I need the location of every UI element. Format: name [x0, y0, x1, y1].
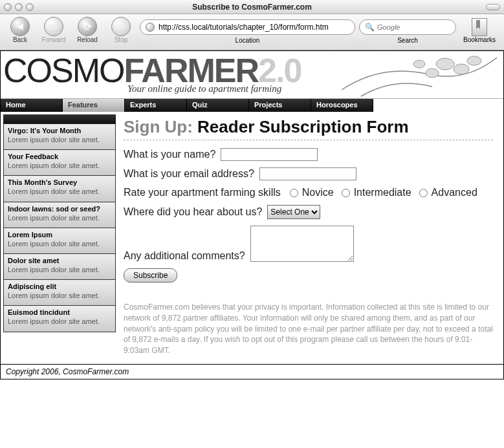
- nav-tab-home[interactable]: Home: [1, 99, 63, 112]
- arrow-right-icon: ►: [44, 17, 63, 36]
- back-button[interactable]: ◄ Back: [5, 17, 35, 43]
- main-content: Sign Up: Reader Subscription Form What i…: [118, 112, 503, 364]
- sidebar-item-body: Lorem ipsum dolor site amet.: [8, 187, 111, 196]
- sidebar-item-title: Lorem Ipsum: [8, 231, 111, 239]
- arrow-left-icon: ◄: [10, 17, 30, 36]
- sidebar-item-title: Indoor lawns: sod or seed?: [8, 205, 111, 213]
- hear-select[interactable]: Select One: [267, 205, 320, 219]
- sidebar-item[interactable]: Euismod tinciduntLorem ipsum dolor site …: [3, 306, 116, 332]
- sidebar: Virgo: It's Your MonthLorem ipsum dolor …: [1, 112, 118, 364]
- privacy-text: CosmoFarmer.com believes that your priva…: [124, 302, 493, 356]
- rate-novice-radio[interactable]: [290, 189, 298, 197]
- comments-textarea[interactable]: [250, 226, 354, 262]
- sidebar-item[interactable]: Virgo: It's Your MonthLorem ipsum dolor …: [3, 123, 116, 150]
- browser-toolbar: ◄ Back ► Forward ⟳ Reload ✕ Stop Locatio…: [0, 14, 504, 50]
- url-bar[interactable]: [140, 19, 355, 35]
- stop-button: ✕ Stop: [106, 17, 136, 43]
- bookmarks-label: Bookmarks: [463, 36, 496, 43]
- sidebar-item-body: Lorem ipsum dolor site amet.: [8, 317, 111, 326]
- sidebar-item-title: Adipiscing elit: [8, 283, 111, 290]
- rate-novice-label: Novice: [302, 187, 334, 198]
- rate-intermediate-label: Intermediate: [354, 187, 411, 198]
- stop-label: Stop: [115, 36, 128, 43]
- svg-point-2: [426, 69, 439, 78]
- window-pill-button[interactable]: [486, 4, 500, 10]
- sidebar-item-body: Lorem ipsum dolor site amet.: [8, 214, 111, 222]
- nav-tab-horoscopes[interactable]: Horoscopes: [311, 99, 373, 112]
- decorative-flowers: [335, 51, 503, 99]
- svg-point-1: [454, 64, 469, 74]
- rate-label: Rate your apartment farming skills: [124, 187, 281, 198]
- sidebar-item[interactable]: Your FeedbackLorem ipsum dolor site amet…: [3, 150, 116, 176]
- search-bar[interactable]: 🔍: [359, 19, 456, 35]
- search-input[interactable]: [377, 23, 467, 31]
- reload-icon: ⟳: [78, 17, 97, 36]
- nav-tab-quiz[interactable]: Quiz: [187, 99, 249, 112]
- location-label: Location: [236, 37, 260, 44]
- sidebar-header: [3, 114, 116, 123]
- search-label: Search: [397, 37, 418, 44]
- sidebar-item-title: Your Feedback: [8, 153, 111, 160]
- url-input[interactable]: [159, 23, 349, 32]
- hear-label: Where did you hear about us?: [124, 206, 262, 218]
- bookmarks-button[interactable]: Bookmarks: [460, 17, 499, 43]
- search-icon: 🔍: [365, 23, 375, 32]
- nav-tab-experts[interactable]: Experts: [125, 99, 187, 112]
- main-nav: HomeFeaturesExpertsQuizProjectsHoroscope…: [1, 99, 503, 112]
- footer: Copyright 2006, CosmoFarmer.com: [1, 364, 503, 379]
- forward-label: Forward: [42, 36, 66, 43]
- svg-point-0: [436, 58, 454, 70]
- email-label: What is your email address?: [124, 168, 254, 180]
- site-icon: [146, 23, 155, 32]
- reload-button[interactable]: ⟳ Reload: [72, 17, 102, 43]
- sidebar-item[interactable]: Lorem IpsumLorem ipsum dolor site amet.: [3, 228, 116, 254]
- sidebar-item-body: Lorem ipsum dolor site amet.: [8, 136, 111, 144]
- site-banner: COSMOFARMER2.0 Your online guide to apar…: [1, 51, 503, 99]
- svg-point-3: [467, 56, 481, 65]
- window-zoom-button[interactable]: [26, 3, 34, 11]
- page-title: Sign Up: Reader Subscription Form: [124, 117, 493, 140]
- nav-tab-projects[interactable]: Projects: [249, 99, 311, 112]
- comments-label: Any additional comments?: [124, 250, 245, 262]
- rate-advanced-label: Advanced: [432, 187, 477, 198]
- name-input[interactable]: [221, 148, 318, 161]
- rate-advanced-radio[interactable]: [419, 189, 428, 197]
- sidebar-item-body: Lorem ipsum dolor site amet.: [8, 162, 111, 170]
- rate-intermediate-radio[interactable]: [342, 189, 350, 197]
- subscribe-button[interactable]: Subscribe: [124, 268, 177, 283]
- bookmark-icon: [472, 18, 487, 36]
- window-title: Subscribe to CosmoFarmer.com: [0, 3, 504, 12]
- reload-label: Reload: [77, 36, 98, 43]
- name-label: What is your name?: [124, 149, 215, 160]
- sidebar-item[interactable]: Adipiscing elitLorem ipsum dolor site am…: [3, 280, 116, 306]
- email-input[interactable]: [259, 167, 356, 180]
- svg-point-4: [413, 60, 425, 68]
- nav-tab-features[interactable]: Features: [63, 99, 125, 112]
- forward-button: ► Forward: [39, 17, 69, 43]
- window-titlebar: Subscribe to CosmoFarmer.com: [0, 0, 504, 14]
- window-minimize-button[interactable]: [15, 3, 23, 11]
- sidebar-item-title: Virgo: It's Your Month: [8, 127, 111, 134]
- sidebar-item-title: Euismod tincidunt: [8, 308, 111, 316]
- sidebar-item[interactable]: Dolor site ametLorem ipsum dolor site am…: [3, 254, 116, 280]
- window-close-button[interactable]: [4, 3, 12, 11]
- sidebar-item-body: Lorem ipsum dolor site amet.: [8, 266, 111, 274]
- sidebar-item-title: This Month's Survey: [8, 178, 111, 186]
- stop-icon: ✕: [111, 17, 131, 36]
- sidebar-item[interactable]: This Month's SurveyLorem ipsum dolor sit…: [3, 176, 116, 202]
- sidebar-item-body: Lorem ipsum dolor site amet.: [8, 292, 111, 300]
- sidebar-item[interactable]: Indoor lawns: sod or seed?Lorem ipsum do…: [3, 202, 116, 228]
- back-label: Back: [13, 36, 27, 43]
- sidebar-item-title: Dolor site amet: [8, 257, 111, 264]
- sidebar-item-body: Lorem ipsum dolor site amet.: [8, 240, 111, 248]
